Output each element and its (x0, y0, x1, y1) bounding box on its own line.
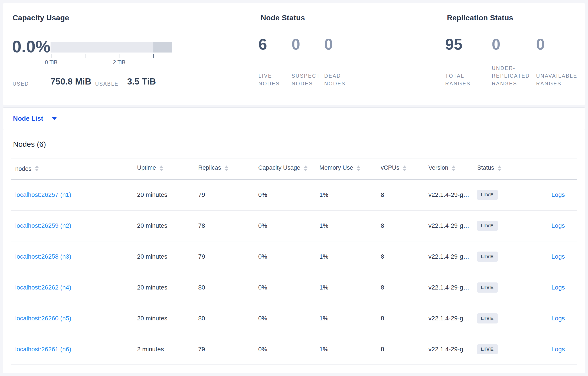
stat-value: 6 (258, 36, 292, 52)
status-badge: LIVE (477, 313, 498, 324)
column-header-label[interactable]: Version (428, 164, 448, 173)
capacity-usage-cell: 0% (258, 315, 319, 322)
column-header-label[interactable]: Capacity Usage (258, 164, 300, 173)
table-row: localhost:26260 (n5) 20 minutes 80 0% 1%… (11, 303, 577, 334)
stat-label: TOTAL RANGES (445, 72, 478, 88)
uptime-cell: 2 minutes (137, 346, 198, 353)
sort-icon[interactable] (403, 166, 406, 171)
replicas-cell: 80 (198, 284, 258, 291)
logs-link[interactable]: Logs (551, 222, 565, 229)
logs-link[interactable]: Logs (551, 346, 565, 353)
column-header-memory-use[interactable]: Memory Use (319, 164, 381, 173)
under-replicated-ranges-stat: 0 UNDER-REPLICATED RANGES (492, 36, 536, 88)
sort-icon[interactable] (160, 166, 163, 171)
stat-label: DEAD NODES (324, 72, 353, 88)
total-ranges-stat: 95 TOTAL RANGES (445, 36, 492, 88)
node-list-dropdown-label[interactable]: Node List (13, 115, 43, 122)
capacity-gauge-ticks (51, 54, 172, 58)
table-row: localhost:26258 (n3) 20 minutes 79 0% 1%… (11, 241, 577, 272)
stat-label: UNDER-REPLICATED RANGES (492, 64, 536, 88)
capacity-gauge-labels: 0 TiB 2 TiB (51, 59, 172, 66)
capacity-usage-cell: 0% (258, 253, 319, 260)
replicas-cell: 79 (198, 253, 258, 260)
gauge-tick (119, 54, 119, 58)
column-header-label[interactable]: Memory Use (319, 164, 353, 173)
column-header-status[interactable]: Status (477, 164, 526, 173)
cluster-overview-page: Capacity Usage 0.0% 0 TiB 2 TiB USED (0, 0, 588, 376)
stat-value: 0 (536, 36, 582, 52)
vcpus-cell: 8 (381, 222, 428, 229)
uptime-cell: 20 minutes (137, 222, 198, 229)
status-badge: LIVE (477, 282, 498, 292)
gauge-tick-label: 0 TiB (45, 59, 58, 65)
logs-link[interactable]: Logs (551, 253, 565, 260)
vcpus-cell: 8 (381, 253, 428, 260)
capacity-usage-cell: 0% (258, 346, 319, 353)
version-cell: v22.1.4-29-g… (428, 222, 477, 229)
memory-use-cell: 1% (319, 191, 381, 198)
node-list-dropdown[interactable]: Node List (13, 108, 57, 129)
memory-use-cell: 1% (319, 346, 381, 353)
sort-icon[interactable] (225, 166, 228, 171)
column-header-label[interactable]: Status (477, 164, 494, 173)
replication-status-title: Replication Status (447, 13, 513, 22)
logs-link[interactable]: Logs (551, 284, 565, 291)
node-link[interactable]: localhost:26259 (n2) (15, 222, 71, 229)
column-header-replicas[interactable]: Replicas (198, 164, 258, 173)
capacity-percent-value: 0.0% (12, 38, 50, 55)
column-header-vcpus[interactable]: vCPUs (381, 164, 428, 173)
node-link[interactable]: localhost:26260 (n5) (15, 315, 71, 322)
used-label: USED (13, 81, 29, 87)
logs-link[interactable]: Logs (551, 315, 565, 322)
sort-icon[interactable] (498, 166, 501, 171)
version-cell: v22.1.4-29-g… (428, 315, 477, 322)
nodes-table: nodes Uptime Replicas Capacity Usage Mem… (11, 158, 577, 365)
sort-icon[interactable] (452, 166, 455, 171)
status-badge: LIVE (477, 251, 498, 262)
vcpus-cell: 8 (381, 346, 428, 353)
column-header-label[interactable]: vCPUs (381, 164, 399, 173)
column-header-capacity-usage[interactable]: Capacity Usage (258, 164, 319, 173)
column-header-label[interactable]: Replicas (198, 164, 221, 173)
logs-link[interactable]: Logs (551, 191, 565, 198)
node-link[interactable]: localhost:26257 (n1) (15, 191, 71, 198)
replicas-cell: 80 (198, 315, 258, 322)
capacity-usage-cell: 0% (258, 222, 319, 229)
column-header-uptime[interactable]: Uptime (137, 164, 198, 173)
table-header-row: nodes Uptime Replicas Capacity Usage Mem… (11, 158, 577, 180)
replicas-cell: 79 (198, 346, 258, 353)
cluster-summary-panel: Capacity Usage 0.0% 0 TiB 2 TiB USED (3, 3, 585, 105)
node-link[interactable]: localhost:26262 (n4) (15, 284, 71, 291)
column-header-label[interactable]: Uptime (137, 164, 156, 173)
node-link[interactable]: localhost:26258 (n3) (15, 253, 71, 260)
stat-label: UNAVAILABLE RANGES (536, 72, 582, 88)
vcpus-cell: 8 (381, 284, 428, 291)
column-header-version[interactable]: Version (428, 164, 477, 173)
capacity-gauge-bar-end-segment (153, 42, 172, 52)
sort-icon[interactable] (35, 166, 39, 171)
gauge-tick-label: 2 TiB (113, 59, 126, 65)
stat-value: 0 (492, 36, 536, 52)
version-cell: v22.1.4-29-g… (428, 191, 477, 198)
replicas-cell: 78 (198, 222, 258, 229)
memory-use-cell: 1% (319, 253, 381, 260)
table-row: localhost:26257 (n1) 20 minutes 79 0% 1%… (11, 180, 577, 210)
uptime-cell: 20 minutes (137, 284, 198, 291)
node-link[interactable]: localhost:26261 (n6) (15, 346, 71, 353)
column-header-nodes[interactable]: nodes (11, 166, 137, 172)
capacity-gauge-bar (51, 42, 172, 52)
replicas-cell: 79 (198, 191, 258, 198)
usable-value: 3.5 TiB (127, 77, 156, 86)
nodes-title: Nodes (6) (13, 140, 46, 148)
node-status-stats: 6 LIVE NODES 0 SUSPECT NODES 0 DEAD NODE… (258, 36, 362, 88)
chevron-down-icon[interactable] (52, 117, 57, 120)
column-header-label[interactable]: nodes (15, 166, 32, 172)
sort-icon[interactable] (357, 166, 360, 171)
used-value: 750.8 MiB (51, 77, 91, 86)
gauge-tick (153, 54, 154, 58)
live-nodes-stat: 6 LIVE NODES (258, 36, 292, 88)
stat-value: 0 (292, 36, 324, 52)
memory-use-cell: 1% (319, 222, 381, 229)
node-list-bar: Node List (3, 107, 585, 129)
sort-icon[interactable] (304, 166, 307, 171)
